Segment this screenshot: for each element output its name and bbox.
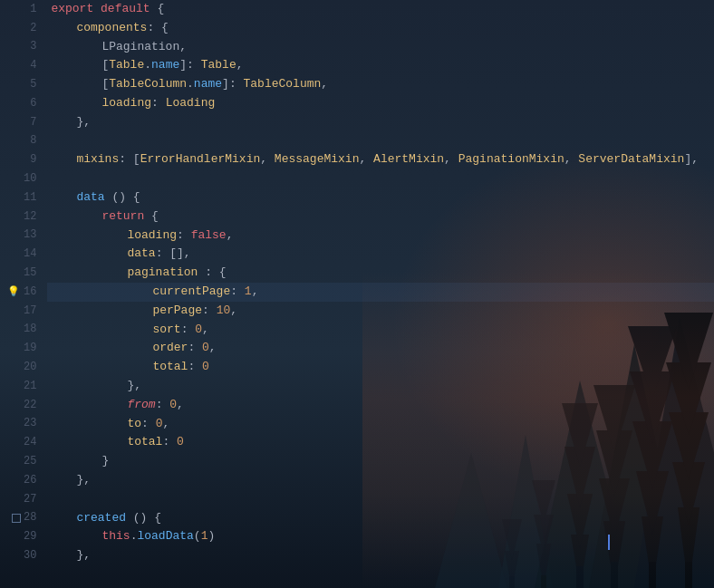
line-number-17: 17	[7, 302, 40, 321]
line-number-28: 28	[7, 509, 40, 528]
line-number-26: 26	[7, 471, 40, 490]
code-line-25: }	[51, 452, 700, 471]
code-line-10	[51, 169, 700, 188]
line-number-8: 8	[7, 132, 40, 151]
line-number-24: 24	[7, 433, 40, 452]
line-number-19: 19	[7, 339, 40, 358]
line-number-20: 20	[7, 358, 40, 377]
line-number-1: 1	[7, 0, 40, 19]
code-line-23: to: 0,	[51, 415, 700, 434]
code-line-7: },	[51, 113, 700, 132]
code-line-15: pagination : {	[51, 264, 700, 283]
code-lines[interactable]: export default {components: {LPagination…	[47, 0, 714, 588]
line-number-9: 9	[7, 150, 40, 169]
code-line-27	[51, 490, 700, 509]
code-line-29: this.loadData(1)	[51, 527, 700, 546]
code-line-13: loading: false,	[51, 227, 700, 246]
line-number-6: 6	[7, 94, 40, 113]
line-number-30: 30	[7, 546, 40, 565]
line-number-21: 21	[7, 377, 40, 396]
lightbulb-icon[interactable]: 💡	[7, 284, 20, 301]
code-line-24: total: 0	[51, 433, 700, 452]
code-editor: 123456789101112131415💡161718192021222324…	[0, 0, 714, 588]
code-line-22: from: 0,	[51, 396, 700, 415]
code-line-17: perPage: 10,	[51, 302, 700, 321]
line-number-4: 4	[7, 56, 40, 75]
code-line-20: total: 0	[51, 358, 700, 377]
line-number-23: 23	[7, 415, 40, 434]
line-number-14: 14	[7, 245, 40, 264]
line-number-25: 25	[7, 452, 40, 471]
code-line-19: order: 0,	[51, 339, 700, 358]
line-number-13: 13	[7, 227, 40, 246]
line-number-15: 15	[7, 264, 40, 283]
code-line-3: LPagination,	[51, 38, 700, 57]
line-numbers: 123456789101112131415💡161718192021222324…	[0, 0, 47, 588]
code-line-16: currentPage: 1,	[47, 283, 714, 302]
code-line-6: loading: Loading	[51, 94, 700, 113]
code-line-21: },	[51, 377, 700, 396]
code-line-30: },	[51, 546, 700, 565]
line-number-16: 💡16	[7, 283, 40, 302]
code-line-12: return {	[51, 207, 700, 227]
code-content: 123456789101112131415💡161718192021222324…	[0, 0, 714, 588]
code-line-1: export default {	[51, 0, 700, 19]
line-number-29: 29	[7, 527, 40, 546]
line-number-27: 27	[7, 490, 40, 509]
line-number-3: 3	[7, 38, 40, 57]
line-number-7: 7	[7, 113, 40, 132]
line-number-11: 11	[7, 188, 40, 207]
code-line-4: [Table.name]: Table,	[51, 56, 700, 75]
code-line-14: data: [],	[51, 245, 700, 264]
code-line-9: mixins: [ErrorHandlerMixin, MessageMixin…	[51, 150, 700, 169]
code-line-28: created () {	[51, 509, 700, 528]
code-line-8	[51, 132, 700, 151]
line-number-18: 18	[7, 321, 40, 340]
line-number-12: 12	[7, 207, 40, 227]
code-line-11: data () {	[51, 188, 700, 207]
line-number-10: 10	[7, 169, 40, 188]
code-line-2: components: {	[51, 19, 700, 38]
line-number-5: 5	[7, 75, 40, 94]
code-line-26: },	[51, 471, 700, 490]
line-number-22: 22	[7, 396, 40, 415]
line-number-2: 2	[7, 19, 40, 38]
code-line-5: [TableColumn.name]: TableColumn,	[51, 75, 700, 94]
code-line-18: sort: 0,	[51, 321, 700, 340]
collapse-icon[interactable]	[12, 514, 21, 523]
